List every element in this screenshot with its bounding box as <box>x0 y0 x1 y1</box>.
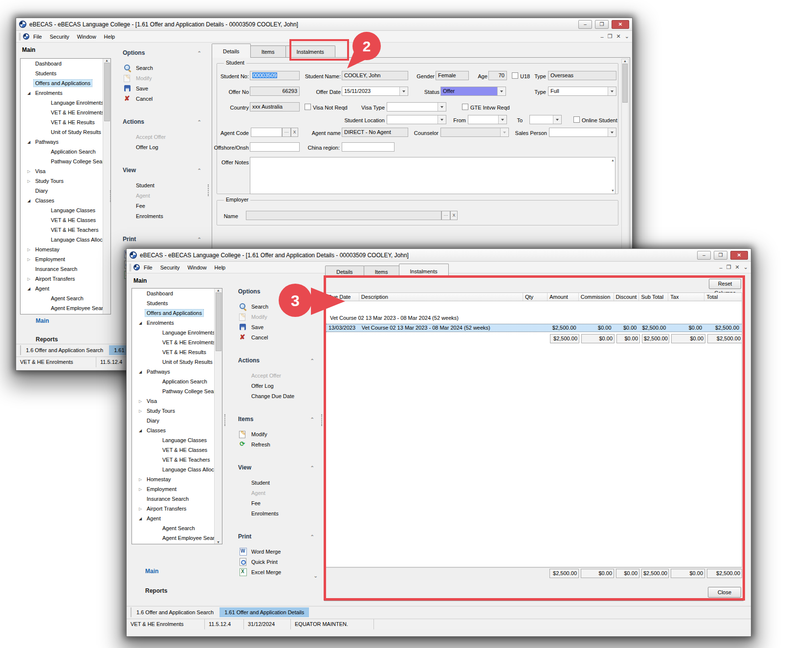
tree-item[interactable]: Language Classes <box>132 435 214 445</box>
panel-action[interactable]: Save <box>123 83 208 93</box>
student-location-combo[interactable] <box>387 115 446 124</box>
employer-lookup-button[interactable]: ··· <box>441 211 450 220</box>
tree-item[interactable]: Dashboard <box>21 59 103 68</box>
panel-action[interactable]: Fee <box>123 201 208 211</box>
panel-action[interactable]: Change Due Date <box>238 391 321 401</box>
tree-item[interactable]: VET & HE Teachers <box>132 455 214 465</box>
mdi-restore-button[interactable]: ❐ <box>726 264 731 270</box>
mdi-minimize-button[interactable]: – <box>720 265 723 270</box>
tree-item[interactable]: Visa <box>21 166 103 176</box>
mdi-restore-button[interactable]: ❐ <box>608 33 613 40</box>
scroll-up-icon[interactable]: ▲ <box>217 289 220 292</box>
gte-checkbox[interactable] <box>462 104 468 110</box>
tree-item[interactable]: VET & HE Classes <box>132 445 214 455</box>
tree-scrollbar[interactable]: ▲ <box>103 59 110 314</box>
scroll-up-icon[interactable]: ▲ <box>105 59 109 62</box>
tree-item[interactable]: VET & HE Enrolments <box>21 108 103 117</box>
panel-action[interactable]: Agent <box>238 488 321 498</box>
panel-action[interactable]: Quick Print <box>238 557 321 567</box>
agent-lookup-button[interactable]: ··· <box>282 128 291 137</box>
panel-action[interactable]: Save <box>238 322 321 332</box>
scroll-up-icon[interactable]: ▲ <box>611 158 614 163</box>
maximize-button[interactable]: ❐ <box>714 251 727 260</box>
menu-item[interactable]: Security <box>156 263 184 272</box>
nav-footer-reports[interactable]: Reports <box>36 336 58 343</box>
scrollbar-thumb[interactable] <box>104 63 110 121</box>
mdi-close-button[interactable]: ✕ <box>735 264 740 270</box>
status-combo[interactable]: Offer <box>440 87 506 96</box>
tree-item[interactable]: Unit of Study Results <box>21 127 103 137</box>
tree-scrollbar[interactable]: ▲ ▼ <box>214 289 222 544</box>
tree-item[interactable]: Airport Transfers <box>21 274 103 284</box>
panel-action[interactable]: Modify <box>123 73 208 83</box>
tree-item[interactable]: Airport Transfers <box>132 504 214 514</box>
minimize-button[interactable]: – <box>578 20 592 29</box>
gender-field[interactable]: Female <box>436 71 469 80</box>
tree-item[interactable]: Insurance Search <box>21 264 103 274</box>
offer-date-combo[interactable]: 15/11/2023 <box>342 87 408 96</box>
panel-action[interactable]: Cancel <box>123 93 208 104</box>
collapse-icon[interactable]: ⌃ <box>310 358 314 363</box>
nav-footer-reports[interactable]: Reports <box>145 587 167 594</box>
type2-combo[interactable]: Full <box>548 87 616 96</box>
tree-item[interactable]: Application Search <box>21 147 103 156</box>
tree-item[interactable]: Dashboard <box>132 289 214 298</box>
detail-tab[interactable]: Instalments <box>285 45 335 58</box>
tree-item[interactable]: VET & HE Results <box>21 117 103 127</box>
mdi-minimize-button[interactable]: – <box>601 34 604 40</box>
to-combo[interactable] <box>529 115 562 124</box>
tree-item[interactable]: Diary <box>21 186 103 196</box>
panel-action[interactable]: Agent <box>123 190 208 201</box>
menu-item[interactable]: File <box>140 263 156 272</box>
grid-column-header[interactable]: Commission <box>579 293 614 301</box>
tree-item[interactable]: Homestay <box>21 245 103 254</box>
menu-item[interactable]: Security <box>46 32 73 42</box>
scroll-up-icon[interactable]: ▲ <box>623 59 627 63</box>
panel-action[interactable]: Excel Merge <box>238 567 321 577</box>
mdi-close-button[interactable]: ✕ <box>616 33 621 40</box>
collapse-icon[interactable]: ⌃ <box>310 289 314 294</box>
scrollbar-thumb[interactable] <box>216 292 221 351</box>
employer-clear-button[interactable]: X <box>450 211 458 220</box>
menu-item[interactable]: Window <box>73 32 100 42</box>
tree-item[interactable]: Homestay <box>132 474 214 484</box>
offer-notes-textarea[interactable]: ▲ ▼ <box>250 157 615 194</box>
tree-item[interactable]: Students <box>132 298 214 308</box>
from-combo[interactable] <box>468 115 507 124</box>
grid-column-header[interactable]: Due Date <box>326 293 359 301</box>
detail-tab[interactable]: Details <box>212 44 251 58</box>
tree-item[interactable]: Offers and Applications <box>21 78 103 88</box>
tree-item[interactable]: VET & HE Teachers <box>21 225 103 235</box>
panel-action[interactable]: Refresh <box>238 439 321 449</box>
bottom-tab-search[interactable]: 1.6 Offer and Application Search <box>20 345 108 355</box>
close-button[interactable]: ✕ <box>730 251 748 260</box>
tree-item[interactable]: Application Search <box>132 377 214 386</box>
splitter-grip[interactable] <box>208 184 209 196</box>
tree-item[interactable]: Language Class Allocation <box>132 465 214 474</box>
minimize-button[interactable]: – <box>697 251 711 260</box>
china-region-field[interactable] <box>342 142 395 152</box>
splitter-grip[interactable] <box>224 414 225 426</box>
nav-footer-main[interactable]: Main <box>145 568 158 575</box>
counselor-combo[interactable] <box>440 128 509 137</box>
panel-action[interactable]: Accept Offer <box>238 370 321 380</box>
visa-not-reqd-checkbox[interactable] <box>305 104 311 110</box>
detail-tab[interactable]: Items <box>250 45 286 58</box>
bottom-tab-details[interactable]: 1.61 Offer and Application Details <box>219 607 309 617</box>
student-no-field[interactable]: 00003509 <box>250 71 300 80</box>
panel-action[interactable]: Accept Offer <box>123 132 208 142</box>
menu-item[interactable]: Help <box>100 32 119 42</box>
tree-item[interactable]: Language Enrolments <box>21 98 103 108</box>
panel-action[interactable]: Offer Log <box>123 142 208 152</box>
panel-action[interactable]: Student <box>123 180 208 190</box>
panel-action[interactable]: Offer Log <box>238 380 321 391</box>
tree-item[interactable]: Employment <box>21 254 103 264</box>
splitter-grip[interactable] <box>321 414 322 426</box>
menu-item[interactable]: Window <box>183 263 210 272</box>
tree-item[interactable]: VET & HE Enrolments <box>132 337 214 347</box>
grid-row-selected[interactable]: 13/03/2023Vet Course 02 13 Mar 2023 - 08… <box>326 324 742 332</box>
tree-item[interactable]: Pathways <box>132 367 214 377</box>
tree-item[interactable]: Pathways <box>21 137 103 147</box>
nav-footer-main[interactable]: Main <box>36 317 49 324</box>
visa-type-combo[interactable] <box>387 102 446 112</box>
